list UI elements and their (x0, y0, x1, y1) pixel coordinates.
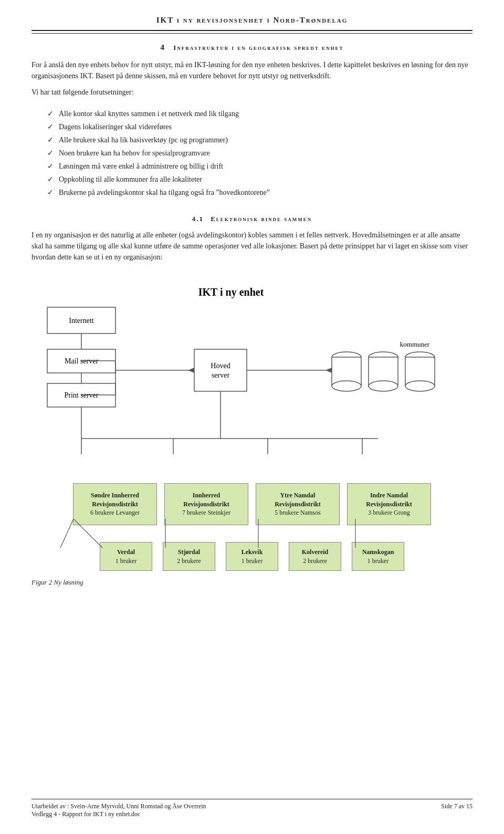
list-item: Noen brukere kan ha behov for spesialpro… (47, 148, 472, 159)
section41-heading: 4.1 Elektronisk binde sammen (32, 215, 472, 223)
diagram-svg: IKT i ny enhet Internett Mail server Pri… (32, 278, 472, 473)
city-lines-svg (32, 519, 472, 550)
district-name-ytre: Ytre NamdalRevisjonsdistrikt (275, 491, 320, 509)
cylinder1-bottom (332, 381, 361, 391)
district-users-soendre: 6 brukere Levanger (90, 508, 140, 517)
svg-line-1 (74, 519, 102, 548)
cylinder3-bottom (405, 381, 435, 391)
list-item: Løsningen må være enkel å administrere o… (47, 161, 472, 172)
arrow-to-cylinders (326, 368, 332, 373)
city-users-kolvereid: 2 brukere (303, 557, 327, 566)
cylinder2-bottom (369, 381, 398, 391)
kommuner-label: kommuner (400, 340, 430, 348)
hoved-server-box (194, 349, 247, 391)
footer-left: Utarbeidet av : Svein-Arne Myrvold, Unni… (32, 802, 206, 818)
svg-line-0 (60, 519, 74, 548)
city-users-leksvik: 1 bruker (242, 557, 262, 566)
internett-label: Internett (69, 317, 94, 325)
section41-para1: I en ny organisasjon er det naturlig at … (32, 230, 472, 263)
footer-divider (32, 799, 472, 799)
footer-right: Side 7 av 15 (441, 802, 472, 818)
city-users-namskogan: 1 bruker (368, 557, 388, 566)
list-item: Alle brukere skal ha lik basisverktøy (p… (47, 134, 472, 145)
city-users-verdal: 1 bruker (116, 557, 136, 566)
hoved-server-label2: server (212, 371, 230, 379)
district-users-ytre: 5 brukere Namsos (275, 508, 320, 517)
checklist: Alle kontor skal knyttes sammen i et net… (47, 108, 472, 200)
district-name-innherred: InnherredRevisjonsdistrikt (183, 491, 229, 509)
ikt-label: IKT i ny enhet (198, 286, 264, 298)
district-name-indre: Indre NamdalRevisjonsdistrikt (366, 491, 412, 509)
list-item: Brukerne på avdelingskontor skal ha tilg… (47, 187, 472, 198)
district-name-soendre: Søndre InnherredRevisjonsdistrikt (91, 491, 139, 509)
section4-para1: For å anslå den nye enhets behov for nyt… (32, 59, 472, 81)
arrow-to-hoved (188, 368, 194, 373)
diagram-area: IKT i ny enhet Internett Mail server Pri… (32, 278, 472, 473)
figure-caption: Figur 2 Ny løsning (32, 578, 472, 587)
list-item: Dagens lokaliseringer skal videreføres (47, 121, 472, 132)
header-divider-thin (32, 33, 472, 34)
checklist-intro: Vi har tatt følgende forutsetninger: (32, 87, 472, 98)
footer: Utarbeidet av : Svein-Arne Myrvold, Unni… (32, 802, 472, 818)
page-title: IKT i ny revisjonsenhet i Nord-Trøndelag (32, 16, 472, 25)
list-item: Oppkobling til alle kommuner fra alle lo… (47, 174, 472, 185)
district-users-indre: 3 brukere Grong (368, 508, 410, 517)
city-users-stjordal: 2 brukere (177, 557, 201, 566)
hoved-server-label1: Hoved (211, 362, 230, 370)
header-divider-thick (32, 30, 472, 31)
section4-heading: 4 Infrastruktur i en geografisk spredt e… (32, 43, 472, 52)
list-item: Alle kontor skal knyttes sammen i et net… (47, 108, 472, 119)
district-users-innherred: 7 brukere Steinkjer (182, 508, 230, 517)
